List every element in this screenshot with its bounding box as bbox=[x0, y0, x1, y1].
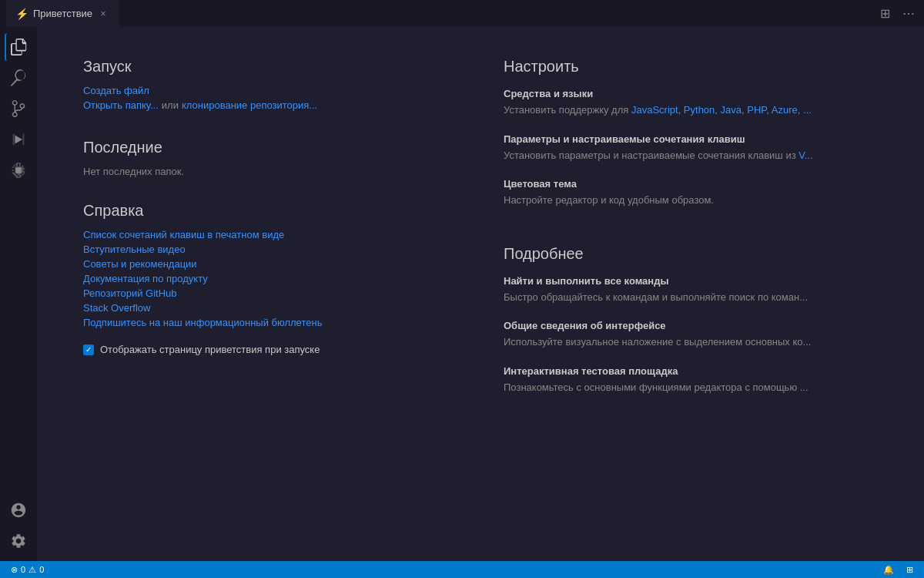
run-activity-item[interactable] bbox=[5, 126, 32, 153]
python-link[interactable]: Python bbox=[684, 104, 715, 116]
right-column: Настроить Средства и языки Установить по… bbox=[504, 58, 878, 530]
commands-title: Найти и выполнить все команды bbox=[504, 275, 878, 287]
settings-activity-item[interactable] bbox=[5, 527, 32, 555]
status-bar-right: 🔔 ⊞ bbox=[879, 565, 918, 575]
layout-status-icon: ⊞ bbox=[906, 565, 913, 575]
interface-desc: Используйте визуальное наложение с выдел… bbox=[504, 334, 878, 350]
layout-status-button[interactable]: ⊞ bbox=[902, 565, 918, 575]
learn-title: Подробнее bbox=[504, 245, 878, 263]
theme-item: Цветовая тема Настройте редактор и код у… bbox=[504, 178, 878, 208]
activity-bar bbox=[0, 27, 37, 561]
no-recent-text: Нет последних папок. bbox=[83, 166, 457, 177]
start-section: Запуск Создать файл Открыть папку... или… bbox=[83, 58, 457, 114]
recent-section: Последние Нет последних папок. bbox=[83, 139, 457, 177]
titlebar-actions: ⊞ ⋯ bbox=[877, 5, 918, 22]
error-icon: ⊗ bbox=[11, 565, 18, 575]
tab-icon: ⚡ bbox=[15, 8, 28, 20]
settings-desc-prefix: Установить параметры и настраиваемые соч… bbox=[504, 150, 798, 161]
tools-title: Средства и языки bbox=[504, 88, 878, 99]
activity-bar-bottom bbox=[5, 496, 32, 555]
keyboard-shortcuts-link[interactable]: Список сочетаний клавиш в печатном виде bbox=[83, 229, 457, 240]
source-control-activity-item[interactable] bbox=[5, 95, 32, 123]
interface-title: Общие сведения об интерфейсе bbox=[504, 320, 878, 331]
status-bar: ⊗ 0 ⚠ 0 🔔 ⊞ bbox=[0, 561, 924, 578]
learn-section: Подробнее Найти и выполнить все команды … bbox=[504, 245, 878, 411]
tips-link[interactable]: Советы и рекомендации bbox=[83, 258, 457, 270]
tools-item: Средства и языки Установить поддержку дл… bbox=[504, 88, 878, 118]
stackoverflow-link[interactable]: Stack Overflow bbox=[83, 302, 457, 314]
left-column: Запуск Создать файл Открыть папку... или… bbox=[83, 58, 457, 530]
settings-desc: Установить параметры и настраиваемые соч… bbox=[504, 148, 878, 163]
tab-label: Приветствие bbox=[33, 8, 92, 19]
recent-title: Последние bbox=[83, 139, 457, 156]
javascript-link[interactable]: JavaScript bbox=[631, 104, 678, 116]
playground-item: Интерактивная тестовая площадка Познаком… bbox=[504, 365, 878, 395]
theme-title: Цветовая тема bbox=[504, 178, 878, 190]
warning-count: 0 bbox=[39, 565, 44, 574]
azure-link[interactable]: Azure bbox=[772, 104, 798, 116]
error-count: 0 bbox=[21, 565, 25, 574]
settings-link[interactable]: V... bbox=[798, 150, 812, 161]
extensions-activity-item[interactable] bbox=[5, 156, 32, 184]
tools-desc: Установить поддержку для JavaScript, Pyt… bbox=[504, 102, 878, 118]
warning-icon: ⚠ bbox=[28, 565, 36, 575]
settings-title: Параметры и настраиваемые сочетания клав… bbox=[504, 133, 878, 145]
help-section: Справка Список сочетаний клавиш в печатн… bbox=[83, 202, 457, 355]
open-folder-link[interactable]: Открыть папку... bbox=[83, 99, 159, 111]
errors-status[interactable]: ⊗ 0 ⚠ 0 bbox=[6, 565, 49, 575]
clone-repo-link[interactable]: клонирование репозитория... bbox=[182, 99, 317, 111]
titlebar: ⚡ Приветствие × ⊞ ⋯ bbox=[0, 0, 924, 27]
layout-button[interactable]: ⊞ bbox=[877, 5, 893, 22]
playground-desc: Познакомьтесь с основными функциями реда… bbox=[504, 380, 878, 395]
github-repo-link[interactable]: Репозиторий GitHub bbox=[83, 287, 457, 299]
main-layout: Запуск Создать файл Открыть папку... или… bbox=[0, 27, 924, 561]
commands-desc: Быстро обращайтесь к командам и выполняй… bbox=[504, 290, 878, 305]
php-link[interactable]: PHP bbox=[747, 104, 766, 116]
intro-videos-link[interactable]: Вступительные видео bbox=[83, 244, 457, 255]
customize-title: Настроить bbox=[504, 58, 878, 76]
welcome-tab[interactable]: ⚡ Приветствие × bbox=[6, 0, 119, 27]
bell-icon: 🔔 bbox=[883, 565, 894, 575]
show-welcome-checkbox-row[interactable]: ✓ Отображать страницу приветствия при за… bbox=[83, 344, 457, 355]
docs-link[interactable]: Документация по продукту bbox=[83, 273, 457, 284]
theme-desc: Настройте редактор и код удобным образом… bbox=[504, 193, 878, 208]
tools-desc-prefix: Установить поддержку для bbox=[504, 104, 631, 116]
playground-title: Интерактивная тестовая площадка bbox=[504, 365, 878, 377]
explorer-activity-item[interactable] bbox=[5, 33, 32, 61]
help-title: Справка bbox=[83, 202, 457, 220]
show-welcome-checkbox[interactable]: ✓ bbox=[83, 344, 94, 355]
checkbox-label: Отображать страницу приветствия при запу… bbox=[100, 344, 320, 355]
notifications-button[interactable]: 🔔 bbox=[879, 565, 899, 575]
settings-item: Параметры и настраиваемые сочетания клав… bbox=[504, 133, 878, 163]
interface-item: Общие сведения об интерфейсе Используйте… bbox=[504, 320, 878, 350]
commands-item: Найти и выполнить все команды Быстро обр… bbox=[504, 275, 878, 305]
create-file-link[interactable]: Создать файл bbox=[83, 85, 457, 96]
content-area: Запуск Создать файл Открыть папку... или… bbox=[37, 27, 924, 561]
customize-section: Настроить Средства и языки Установить по… bbox=[504, 58, 878, 223]
more-tools-link[interactable]: ... bbox=[803, 104, 812, 116]
search-activity-item[interactable] bbox=[5, 64, 32, 92]
svg-rect-0 bbox=[15, 167, 21, 173]
start-title: Запуск bbox=[83, 58, 457, 76]
java-link[interactable]: Java bbox=[721, 104, 742, 116]
tab-close-button[interactable]: × bbox=[97, 8, 109, 20]
account-activity-item[interactable] bbox=[5, 496, 32, 524]
open-folder-row: Открыть папку... или клонирование репози… bbox=[83, 99, 457, 111]
more-button[interactable]: ⋯ bbox=[899, 5, 918, 22]
check-icon: ✓ bbox=[85, 345, 92, 354]
or-separator: или bbox=[162, 99, 179, 111]
newsletter-link[interactable]: Подпишитесь на наш информационный бюллет… bbox=[83, 317, 457, 328]
